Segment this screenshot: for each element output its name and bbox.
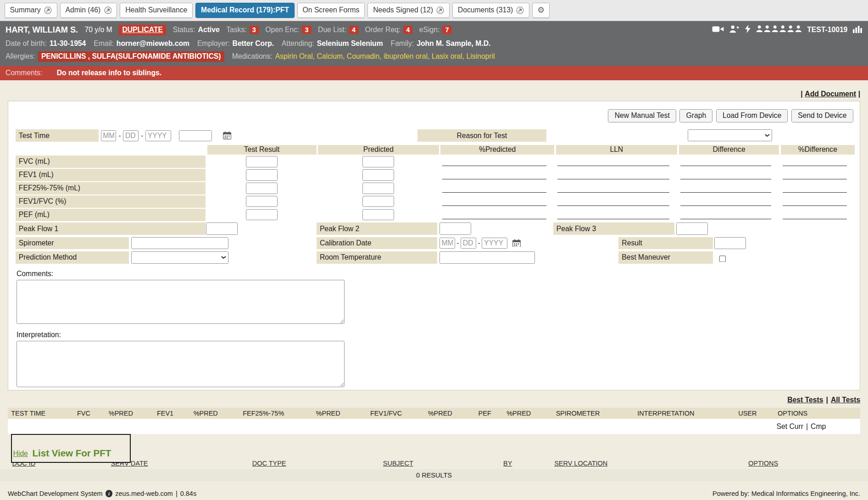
fev1-fvc-predicted-input[interactable]	[362, 196, 394, 207]
medications-list: Aspirin Oral Calcium Coumadin ibuprofen …	[275, 52, 495, 61]
tab-summary[interactable]: Summary	[5, 3, 57, 18]
prediction-method-select[interactable]	[131, 251, 228, 264]
video-camera-icon[interactable]	[712, 25, 724, 35]
load-from-device-button[interactable]: Load From Device	[716, 109, 788, 122]
test-time-year-input[interactable]	[145, 130, 171, 141]
popout-icon[interactable]	[516, 6, 524, 14]
results-column-header[interactable]: FEV1	[157, 410, 194, 417]
comments-textarea[interactable]	[17, 280, 345, 324]
hide-link[interactable]: Hide	[13, 450, 28, 458]
doc-column-header[interactable]: OPTIONS	[748, 460, 778, 467]
calibration-day-input[interactable]	[461, 238, 476, 249]
esign-count-badge[interactable]: 7	[442, 26, 451, 34]
tab-admin[interactable]: Admin (46)	[60, 3, 117, 18]
tab-on-screen-forms[interactable]: On Screen Forms	[297, 3, 365, 18]
tab-needs-signed[interactable]: Needs Signed (12)	[367, 3, 450, 18]
result-input[interactable]	[714, 237, 746, 250]
popout-icon[interactable]	[44, 6, 52, 14]
fev1-test-result-input[interactable]	[246, 169, 278, 180]
peak-flow-3-input[interactable]	[676, 222, 708, 235]
results-column-header[interactable]: FEV1/FVC	[370, 410, 428, 417]
doc-column-header[interactable]: SUBJECT	[383, 460, 413, 467]
peak-flow-1-input[interactable]	[206, 222, 238, 235]
test-time-label: Test Time	[16, 129, 99, 142]
results-column-header[interactable]: SPIROMETER	[556, 410, 638, 417]
test-time-time-input[interactable]	[179, 130, 212, 141]
add-person-icon[interactable]	[729, 25, 740, 35]
fef-predicted-input[interactable]	[362, 183, 394, 194]
results-column-header[interactable]: %PRED	[109, 410, 157, 417]
pef-test-result-input[interactable]	[246, 209, 278, 220]
test-time-month-input[interactable]	[101, 130, 117, 141]
tasks-count-badge[interactable]: 3	[250, 26, 259, 34]
order-req-count-badge[interactable]: 4	[403, 26, 412, 34]
best-maneuver-checkbox[interactable]	[719, 256, 726, 263]
best-maneuver-label: Best Maneuver	[618, 251, 712, 264]
patient-list-icons[interactable]	[756, 25, 801, 34]
open-enc-count-badge[interactable]: 3	[302, 26, 311, 34]
info-icon[interactable]: i	[106, 490, 113, 497]
results-column-header[interactable]: %PRED	[316, 410, 370, 417]
spirometer-input[interactable]	[131, 237, 228, 250]
results-column-header[interactable]: PEF	[479, 410, 507, 417]
results-column-header[interactable]: %PRED	[506, 410, 556, 417]
doc-column-header[interactable]: SERV LOCATION	[554, 460, 607, 467]
settings-tab[interactable]: ⚙	[532, 3, 550, 18]
all-tests-link[interactable]: All Tests	[831, 396, 860, 404]
new-manual-test-button[interactable]: New Manual Test	[608, 109, 676, 122]
results-column-header[interactable]: %PRED	[194, 410, 243, 417]
due-list-count-badge[interactable]: 4	[349, 26, 358, 34]
calibration-year-input[interactable]	[482, 238, 507, 249]
calendar-icon[interactable]	[512, 239, 521, 247]
tab-health-surveillance[interactable]: Health Surveillance	[120, 3, 193, 18]
results-column-header[interactable]: TEST TIME	[8, 410, 77, 417]
medication-link[interactable]: Aspirin Oral	[275, 52, 317, 61]
duplicate-badge[interactable]: DUPLICATE	[119, 25, 166, 35]
results-column-header[interactable]: OPTIONS	[778, 410, 860, 417]
calibration-month-input[interactable]	[440, 238, 455, 249]
medication-link[interactable]: Coumadin	[347, 52, 384, 61]
allergies-badge[interactable]: PENICILLINS , SULFA(SULFONAMIDE ANTIBIOT…	[38, 51, 224, 62]
doc-column-header[interactable]: DOC TYPE	[252, 460, 286, 467]
popout-icon[interactable]	[104, 6, 112, 14]
medication-link[interactable]: ibuprofen oral	[384, 52, 432, 61]
set-curr-link[interactable]: Set Curr	[777, 422, 803, 431]
medication-link[interactable]: Lisinopril	[467, 52, 495, 61]
fvc-predicted-input[interactable]	[362, 156, 394, 167]
results-column-header[interactable]: INTERPRETATION	[637, 410, 738, 417]
results-column-header[interactable]: USER	[738, 410, 778, 417]
medication-link[interactable]: Lasix oral	[432, 52, 467, 61]
interpretation-textarea[interactable]	[17, 341, 345, 387]
fef-test-result-input[interactable]	[246, 183, 278, 194]
fev1-fvc-test-result-input[interactable]	[246, 196, 278, 207]
fev1-predicted-input[interactable]	[362, 169, 394, 180]
calendar-icon[interactable]	[223, 132, 231, 139]
send-to-device-button[interactable]: Send to Device	[791, 109, 853, 122]
tab-medical-record[interactable]: Medical Record (179):PFT	[195, 3, 295, 18]
add-document-link[interactable]: Add Document	[805, 90, 856, 98]
pef-predicted-input[interactable]	[362, 209, 394, 220]
peak-flow-2-input[interactable]	[440, 222, 471, 235]
fev1-fvc-percent-predicted-value	[440, 195, 554, 208]
bar-chart-icon[interactable]	[853, 25, 862, 35]
reason-for-test-select[interactable]	[688, 129, 772, 141]
person-icon	[787, 25, 794, 34]
medication-link[interactable]: Calcium	[317, 52, 346, 61]
family-label: Family:	[391, 39, 414, 48]
lightning-icon[interactable]	[745, 25, 751, 35]
doc-column-header[interactable]: BY	[503, 460, 512, 467]
results-column-header[interactable]: FVC	[77, 410, 109, 417]
test-time-day-input[interactable]	[123, 130, 139, 141]
popout-icon[interactable]	[436, 6, 444, 14]
tab-label: Health Surveillance	[125, 6, 187, 14]
fev1-lln-value	[556, 169, 678, 181]
results-column-header[interactable]: FEF25%-75%	[243, 410, 316, 417]
results-column-header[interactable]: %PRED	[428, 410, 479, 417]
room-temperature-input[interactable]	[440, 251, 535, 264]
best-tests-link[interactable]: Best Tests	[787, 396, 823, 404]
cmp-link[interactable]: Cmp	[811, 422, 826, 431]
fev1-difference-value	[679, 169, 779, 181]
fvc-test-result-input[interactable]	[246, 156, 278, 167]
graph-button[interactable]: Graph	[679, 109, 712, 122]
tab-documents[interactable]: Documents (313)	[452, 3, 529, 18]
